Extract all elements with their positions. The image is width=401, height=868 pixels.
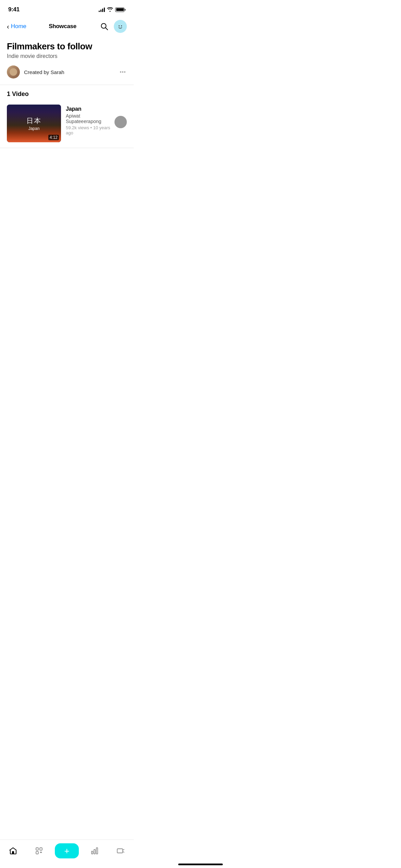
svg-point-4 <box>121 25 122 26</box>
page-content: Filmmakers to follow Indie movie directo… <box>0 37 134 79</box>
back-label: Home <box>11 23 26 30</box>
thumbnail-kanji: 日本 <box>26 116 41 125</box>
bottom-divider <box>0 148 134 148</box>
playlist-title: Filmmakers to follow <box>7 41 127 52</box>
creator-row: Created by Sarah <box>7 65 127 79</box>
video-list: 日本 Japan 4:12 Japan Apiwat Supateeerapon… <box>0 103 134 148</box>
wifi-icon <box>107 7 113 12</box>
thumbnail-label: Japan <box>26 126 41 131</box>
video-title: Japan <box>66 106 114 112</box>
smiley-icon <box>116 22 125 31</box>
video-thumbnail[interactable]: 日本 Japan 4:12 <box>7 105 61 142</box>
video-duration: 4:12 <box>48 135 59 140</box>
status-bar: 9:41 <box>0 0 134 17</box>
signal-icon <box>99 7 105 12</box>
back-chevron-icon: ‹ <box>7 23 9 30</box>
nav-actions <box>99 20 127 33</box>
svg-point-2 <box>116 22 124 31</box>
status-time: 9:41 <box>8 6 20 13</box>
video-item[interactable]: 日本 Japan 4:12 Japan Apiwat Supateeerapon… <box>7 103 127 148</box>
profile-avatar-button[interactable] <box>114 20 127 33</box>
back-button[interactable]: ‹ Home <box>7 23 26 30</box>
creator-avatar <box>7 65 20 79</box>
svg-line-1 <box>106 28 108 30</box>
video-dot-sep: • <box>90 125 93 130</box>
nav-bar: ‹ Home Showcase <box>0 17 134 37</box>
dot-icon <box>122 71 123 73</box>
video-author: Apiwat Supateeerapong <box>66 113 114 124</box>
status-icons <box>99 7 125 12</box>
video-meta: 59.2k views • 10 years ago <box>66 125 114 135</box>
dot-icon <box>120 71 121 73</box>
playlist-toggle-button[interactable] <box>114 116 127 128</box>
dot-icon <box>124 71 125 73</box>
video-views: 59.2k views <box>66 125 89 130</box>
creator-name: Created by Sarah <box>24 69 64 75</box>
creator-info: Created by Sarah <box>7 65 64 79</box>
video-info: Japan Apiwat Supateeerapong 59.2k views … <box>66 105 114 135</box>
search-icon <box>100 23 108 30</box>
playlist-more-button[interactable] <box>119 70 127 74</box>
battery-icon <box>115 8 125 12</box>
nav-title: Showcase <box>49 23 76 30</box>
playlist-subtitle: Indie movie directors <box>7 53 127 59</box>
search-button[interactable] <box>99 21 110 32</box>
section-divider <box>0 85 134 85</box>
svg-point-3 <box>119 25 120 26</box>
video-count: 1 Video <box>0 91 134 98</box>
thumbnail-text: 日本 Japan <box>26 116 41 131</box>
